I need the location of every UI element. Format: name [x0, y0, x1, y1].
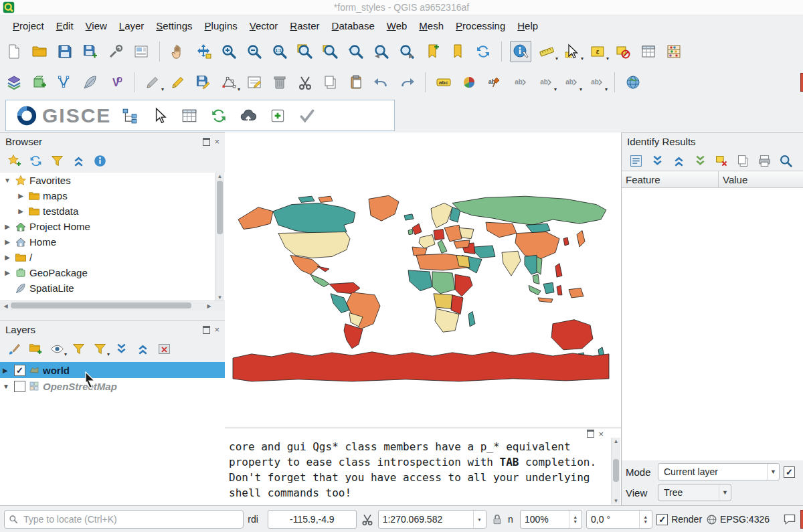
- python-console-panel[interactable]: × core and gui Qgs* class members have a…: [225, 428, 621, 506]
- zoom-last-icon[interactable]: [371, 41, 391, 62]
- menu-project[interactable]: Project: [7, 17, 50, 35]
- collapse-tree-icon[interactable]: [670, 152, 687, 169]
- zoom-native-icon[interactable]: [270, 41, 290, 62]
- tree-item-testdata[interactable]: ▶ testdata: [0, 203, 225, 219]
- map-canvas[interactable]: [225, 132, 621, 428]
- menu-edit[interactable]: Edit: [50, 17, 80, 35]
- extents-toggle-icon[interactable]: [361, 513, 374, 526]
- layer-label-world[interactable]: world: [43, 365, 70, 376]
- zoom-full-icon[interactable]: [295, 41, 315, 62]
- copy-features-icon[interactable]: [321, 72, 341, 92]
- menu-vector[interactable]: Vector: [244, 17, 284, 35]
- browser-vertical-scrollbar[interactable]: ▲ ▼: [215, 173, 224, 301]
- layer-labeling-icon[interactable]: [434, 72, 454, 92]
- zoom-to-selection-icon[interactable]: [321, 41, 341, 62]
- menu-database[interactable]: Database: [326, 17, 381, 35]
- new-project-icon[interactable]: [4, 41, 24, 62]
- menu-view[interactable]: View: [80, 17, 113, 35]
- modify-attributes-icon[interactable]: [244, 72, 264, 92]
- log-messages-icon[interactable]: [800, 510, 803, 529]
- layer-checkbox-openstreetmap[interactable]: [14, 381, 25, 392]
- collapse-all-icon[interactable]: [70, 152, 87, 169]
- scale-combo[interactable]: 1:270.069.582 ▼: [378, 510, 486, 529]
- add-favorite-icon[interactable]: [5, 152, 23, 169]
- pin-labels-icon[interactable]: [484, 72, 505, 92]
- expander-closed-icon[interactable]: ▶: [3, 238, 12, 246]
- scroll-down-icon[interactable]: ▼: [215, 294, 224, 300]
- messages-bubble-icon[interactable]: [783, 513, 796, 526]
- mode-combo[interactable]: Current layer ▼: [658, 463, 780, 480]
- lock-scale-icon[interactable]: [490, 513, 504, 526]
- column-header-feature[interactable]: Feature: [622, 171, 719, 187]
- measure-icon[interactable]: [537, 41, 557, 62]
- select-by-expression-icon[interactable]: [588, 41, 608, 62]
- auto-open-form-checkbox[interactable]: ✓: [784, 466, 795, 478]
- collapse-all-icon[interactable]: [134, 340, 151, 357]
- spinner-arrows-icon[interactable]: ▲▼: [639, 511, 648, 528]
- scroll-right-icon[interactable]: ▶: [205, 303, 213, 309]
- menu-layer[interactable]: Layer: [113, 17, 151, 35]
- add-feature-icon[interactable]: [268, 106, 288, 126]
- rotation-spinbox[interactable]: 0,0 ° ▲▼: [586, 510, 652, 529]
- tree-item-geopackage[interactable]: ▶ GeoPackage: [0, 265, 225, 280]
- sync-icon[interactable]: [209, 106, 229, 126]
- print-icon[interactable]: [755, 152, 773, 169]
- zoom-next-icon[interactable]: [397, 41, 417, 62]
- new-virtual-layer-icon[interactable]: [106, 72, 126, 92]
- layer-diagram-icon[interactable]: [459, 72, 479, 92]
- tree-item-spatialite[interactable]: SpatiaLite: [0, 280, 225, 296]
- scrollbar-thumb[interactable]: [11, 302, 191, 308]
- refresh-browser-icon[interactable]: [27, 152, 44, 169]
- expander-closed-icon[interactable]: ▶: [3, 223, 12, 230]
- menu-settings[interactable]: Settings: [150, 17, 198, 35]
- menu-help[interactable]: Help: [511, 17, 544, 35]
- scroll-up-icon[interactable]: ▲: [612, 438, 620, 444]
- show-bookmarks-icon[interactable]: [448, 41, 468, 62]
- open-form-icon[interactable]: [627, 152, 644, 169]
- identify-features-icon[interactable]: [510, 41, 531, 62]
- spinner-arrows-icon[interactable]: ▲▼: [569, 511, 577, 528]
- delete-selected-icon[interactable]: [270, 72, 290, 92]
- remove-layer-icon[interactable]: [155, 340, 173, 357]
- pan-map-icon[interactable]: [168, 41, 188, 62]
- identify-results-body[interactable]: [622, 188, 803, 460]
- menu-processing[interactable]: Processing: [450, 17, 511, 35]
- cut-features-icon[interactable]: [295, 72, 315, 92]
- open-attribute-table-icon[interactable]: [638, 41, 658, 62]
- expander-closed-icon[interactable]: ▶: [3, 254, 12, 261]
- save-layer-edits-icon[interactable]: [193, 72, 213, 92]
- crs-status[interactable]: EPSG:4326: [706, 514, 770, 525]
- menu-mesh[interactable]: Mesh: [413, 17, 450, 35]
- expander-closed-icon[interactable]: ▶: [3, 367, 11, 374]
- scrollbar-thumb[interactable]: [613, 459, 619, 482]
- tree-item-favorites[interactable]: ▼ Favorites: [0, 173, 225, 188]
- filter-by-expression-icon[interactable]: [91, 340, 108, 357]
- deselect-all-icon[interactable]: [613, 41, 633, 62]
- column-header-value[interactable]: Value: [719, 174, 747, 185]
- menu-plugins[interactable]: Plugins: [199, 17, 244, 35]
- data-source-manager-icon[interactable]: [4, 72, 24, 92]
- layer-row-world[interactable]: ▶ ✓ world: [0, 362, 225, 378]
- toolbar-overflow-icon[interactable]: [800, 73, 803, 92]
- filter-legend-icon[interactable]: [70, 340, 87, 357]
- tree-view-icon[interactable]: [120, 106, 141, 126]
- vertex-tool-icon[interactable]: [219, 72, 239, 92]
- browser-horizontal-scrollbar[interactable]: ◀ ▶: [0, 300, 225, 311]
- clear-results-icon[interactable]: [713, 152, 730, 169]
- filter-browser-icon[interactable]: [48, 152, 66, 169]
- layer-checkbox-world[interactable]: ✓: [14, 365, 25, 376]
- layer-row-openstreetmap[interactable]: ▼ OpenStreetMap: [0, 378, 225, 394]
- magnifier-spinbox[interactable]: 100% ▲▼: [520, 510, 582, 529]
- close-panel-icon[interactable]: ×: [214, 139, 219, 145]
- open-project-icon[interactable]: [29, 41, 50, 62]
- current-edits-icon[interactable]: [143, 72, 163, 92]
- save-project-icon[interactable]: [55, 41, 75, 62]
- attribute-table-blue-icon[interactable]: [179, 106, 199, 126]
- tree-item-maps[interactable]: ▶ maps: [0, 188, 225, 203]
- tree-item-root[interactable]: ▶ /: [0, 250, 225, 265]
- float-panel-icon[interactable]: [203, 138, 210, 146]
- float-panel-icon[interactable]: [587, 430, 594, 438]
- expander-closed-icon[interactable]: ▶: [3, 269, 12, 276]
- scroll-down-icon[interactable]: ▼: [612, 498, 620, 504]
- render-checkbox[interactable]: ✓: [656, 514, 668, 525]
